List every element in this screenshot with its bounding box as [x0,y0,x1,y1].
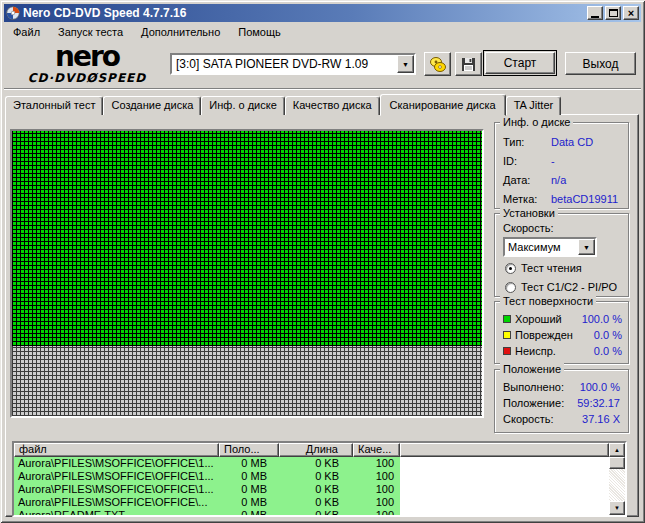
file-cell: Aurora\PFILES\MSOFFICE\OFFICE\1... [14,483,219,496]
disc-info-group: Инф. о диске Тип: Data CD ID: - Дата: n/… [494,122,629,209]
start-button[interactable]: Старт [483,50,557,76]
tab-create-disc[interactable]: Создание диска [103,96,201,115]
position-title: Положение [500,363,564,375]
disc-type-value: Data CD [551,136,593,148]
exit-button[interactable]: Выход [565,52,636,75]
tab-disc-info[interactable]: Инф. о диске [201,96,284,115]
quality-cell: 100 [353,483,400,496]
cdvd-speed-logo-text: CD·DVDØSPEED [12,72,162,84]
column-header-filler [400,443,609,457]
radio-icon[interactable] [505,282,516,293]
file-list: файл Поло... Длина Каче... Aurora\PFILES… [12,441,627,517]
file-list-header: файл Поло... Длина Каче... [14,443,609,457]
disc-id-label: ID: [503,155,551,167]
minimize-button[interactable] [587,6,603,20]
tab-disc-quality[interactable]: Качество диска [285,96,380,115]
unreadable-value: 0.0 % [594,345,622,357]
position-cell: 0 MB [219,470,279,483]
done-label: Выполнено: [503,381,580,393]
settings-group: Установки Скорость: Максимум ▼ Тест чтен… [494,213,629,297]
menu-file[interactable]: Файл [4,24,49,40]
speed-label: Скорость: [503,222,622,234]
table-row[interactable]: Aurora\PFILES\MSOFFICE\OFFICE\... 0 MB 0… [14,496,609,509]
arrow-up-icon: ▲ [614,447,620,453]
save-icon [461,57,476,72]
scroll-down-button[interactable]: ▼ [609,501,625,515]
position-row: Положение: 59:32.17 [503,395,620,411]
quality-cell: 100 [353,496,400,509]
tab-ta-jitter[interactable]: TA Jitter [506,96,562,115]
menu-extra[interactable]: Дополнительно [132,24,229,40]
damaged-value: 0.0 % [594,329,622,341]
surface-grid-unused [12,346,482,416]
minimize-icon [591,16,599,18]
file-cell: Aurora\PFILES\MSOFFICE\OFFICE\1... [14,457,219,470]
read-test-option[interactable]: Тест чтения [503,260,622,276]
save-button[interactable] [455,52,482,76]
scandisc-page: Инф. о диске Тип: Data CD ID: - Дата: n/… [5,114,639,517]
file-cell: Aurora\README.TXT [14,509,219,515]
file-cell: Aurora\PFILES\MSOFFICE\OFFICE\1... [14,470,219,483]
good-color-swatch [503,315,511,323]
quality-cell: 100 [353,509,400,515]
disc-id-row: ID: - [503,151,622,170]
disc-date-value: n/a [551,174,566,186]
vertical-scrollbar[interactable]: ▲ ▼ [609,443,625,515]
tab-scandisc[interactable]: Сканирование диска [380,94,506,116]
scroll-up-button[interactable]: ▲ [609,443,625,457]
radio-icon[interactable] [505,263,516,274]
c1c2-test-label: Тест C1/C2 - PI/PO [521,281,617,293]
column-header-quality[interactable]: Каче... [353,443,400,457]
good-sectors-row: Хороший 100.0 % [503,311,622,327]
speed-select[interactable]: Максимум ▼ [503,237,597,257]
disc-date-label: Дата: [503,174,551,186]
table-row[interactable]: Aurora\PFILES\MSOFFICE\OFFICE\1... 0 MB … [14,483,609,496]
position-cell: 0 MB [219,457,279,470]
surface-test-group: Тест поверхности Хороший 100.0 % Поврежд… [494,301,629,364]
length-cell: 0 KB [279,509,353,515]
speed-select-dropdown-button[interactable]: ▼ [578,239,595,255]
drive-select[interactable]: [3:0] SATA PIONEER DVD-RW 1.09 ▼ [170,53,416,75]
surface-grid-good [12,131,482,346]
file-list-body: Aurora\PFILES\MSOFFICE\OFFICE\1... 0 MB … [14,457,609,515]
table-row[interactable]: Aurora\README.TXT 0 MB 0 KB 100 [14,509,609,515]
length-cell: 0 KB [279,470,353,483]
done-value: 100.0 % [580,381,620,393]
menu-run-test[interactable]: Запуск теста [49,24,132,40]
disc-date-row: Дата: n/a [503,170,622,189]
good-label: Хороший [515,313,582,325]
speed-select-value: Максимум [505,239,578,255]
close-button[interactable]: × [623,6,639,20]
column-header-file[interactable]: файл [14,443,219,457]
maximize-button[interactable] [605,6,621,20]
app-icon [6,6,20,20]
done-row: Выполнено: 100.0 % [503,379,620,395]
position-cell: 0 MB [219,509,279,515]
position-group: Положение Выполнено: 100.0 % Положение: … [494,369,629,433]
tab-benchmark[interactable]: Эталонный тест [5,96,103,115]
length-cell: 0 KB [279,496,353,509]
speed-row-value: 37.16 X [582,413,620,425]
arrow-down-icon: ▼ [614,505,620,511]
eject-discs-button[interactable] [424,52,451,76]
damaged-sectors-row: Поврежден 0.0 % [503,327,622,343]
disc-label-row: Метка: betaCD19911 [503,189,622,208]
disc-type-row: Тип: Data CD [503,132,622,151]
discs-icon [429,56,447,73]
close-icon: × [628,8,634,18]
disc-label-value: betaCD19911 [551,193,618,205]
table-row[interactable]: Aurora\PFILES\MSOFFICE\OFFICE\1... 0 MB … [14,457,609,470]
scrollbar-thumb[interactable] [609,457,625,469]
app-window: Nero CD-DVD Speed 4.7.7.16 × Файл Запуск… [0,0,645,523]
column-header-position[interactable]: Поло... [219,443,279,457]
title-bar: Nero CD-DVD Speed 4.7.7.16 × [4,4,641,22]
c1c2-test-option[interactable]: Тест C1/C2 - PI/PO [503,279,622,295]
unreadable-color-swatch [503,347,511,355]
drive-select-dropdown-button[interactable]: ▼ [397,55,414,73]
nero-logo-text: nero [12,43,162,71]
speed-row-label: Скорость: [503,413,582,425]
menu-help[interactable]: Помощь [229,24,290,40]
table-row[interactable]: Aurora\PFILES\MSOFFICE\OFFICE\1... 0 MB … [14,470,609,483]
column-header-length[interactable]: Длина [279,443,353,457]
exit-button-label: Выход [583,57,619,71]
